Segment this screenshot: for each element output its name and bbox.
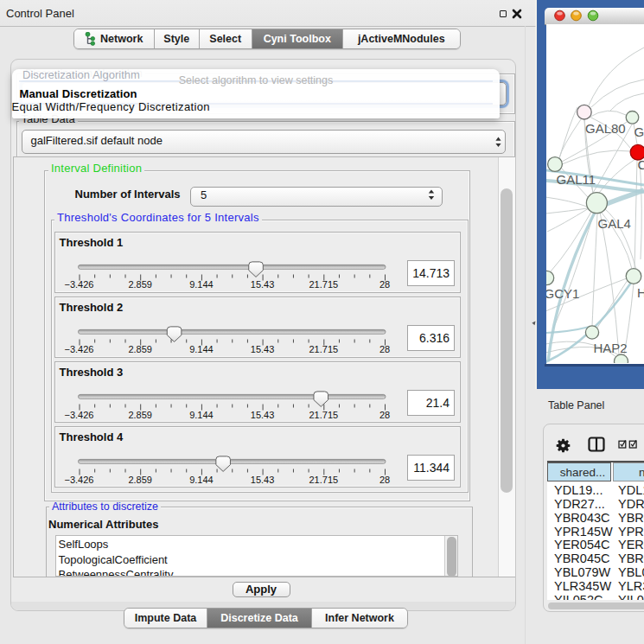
svg-text:H: H — [637, 285, 644, 300]
svg-text:GA: GA — [634, 124, 644, 139]
svg-text:C: C — [638, 157, 644, 172]
svg-text:HAP2: HAP2 — [594, 341, 628, 355]
svg-text:GAL4: GAL4 — [598, 216, 631, 231]
svg-text:GCY1: GCY1 — [546, 286, 579, 301]
svg-text:GAL80: GAL80 — [585, 121, 626, 136]
svg-text:GAL11: GAL11 — [557, 172, 596, 187]
